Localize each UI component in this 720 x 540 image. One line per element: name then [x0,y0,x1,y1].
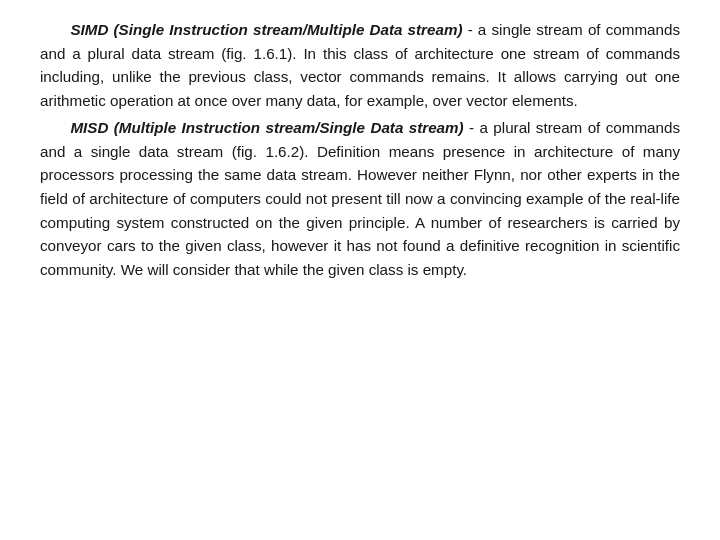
misd-body: - a plural stream of commands and a sing… [40,119,680,277]
content-area: SIMD (Single Instruction stream/Multiple… [40,18,680,281]
misd-title: MISD (Multiple Instruction stream/Single… [70,119,463,136]
misd-paragraph: MISD (Multiple Instruction stream/Single… [40,116,680,281]
simd-title: SIMD (Single Instruction stream/Multiple… [70,21,462,38]
page-container: SIMD (Single Instruction stream/Multiple… [0,0,720,540]
simd-paragraph: SIMD (Single Instruction stream/Multiple… [40,18,680,112]
